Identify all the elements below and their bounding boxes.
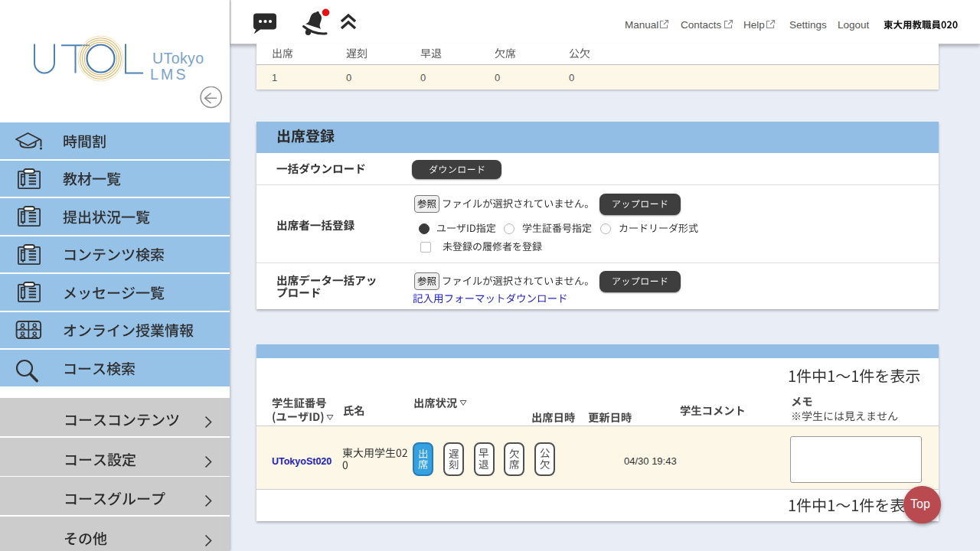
svg-text:LMS: LMS xyxy=(150,66,188,83)
svg-text:UTokyo: UTokyo xyxy=(152,50,204,67)
